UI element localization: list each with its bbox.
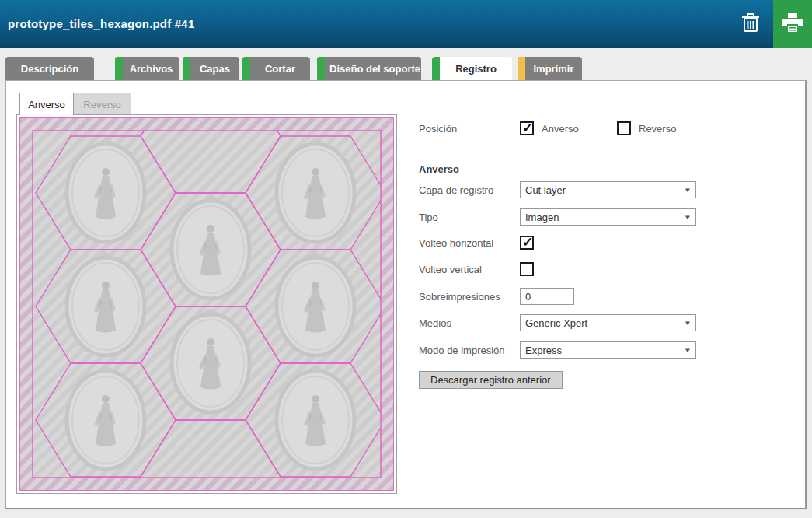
subtab-reverso[interactable]: Reverso: [74, 93, 131, 115]
subtab-label: Anverso: [28, 99, 65, 110]
posicion-reverso-checkbox[interactable]: [617, 121, 631, 135]
tab-capas[interactable]: Capas: [183, 57, 239, 80]
descargar-registro-anterior-button[interactable]: Descargar registro anterior: [419, 371, 563, 389]
check-icon: ✓: [522, 234, 533, 250]
anverso-section-title: Anverso: [419, 163, 459, 175]
check-icon: ✓: [522, 120, 533, 136]
tab-accent-green: [242, 57, 250, 80]
tab-label: Cortar: [250, 57, 310, 80]
tab-label: Registro: [440, 57, 512, 81]
volteo-horizontal-label: Volteo horizontal: [419, 237, 520, 249]
subtab-anverso[interactable]: Anverso: [19, 93, 74, 115]
sobreimpresiones-input[interactable]: [520, 288, 574, 305]
posicion-anverso-checkbox[interactable]: ✓: [520, 121, 534, 135]
posicion-reverso-label: Reverso: [639, 123, 676, 135]
title-bar: prototype_tiles_hexagon.pdf #41: [0, 0, 812, 48]
tab-archivos[interactable]: Archivos: [115, 57, 179, 80]
app-window: prototype_tiles_hexagon.pdf #41: [0, 0, 812, 518]
printer-icon: [782, 12, 803, 36]
tipo-label: Tipo: [419, 212, 520, 223]
medios-select[interactable]: Generic Xpert ▼: [520, 314, 696, 331]
preview-box: [16, 114, 397, 494]
delete-button[interactable]: [737, 11, 764, 37]
posicion-label: Posición: [419, 123, 520, 135]
registro-panel: Anverso Reverso: [5, 80, 807, 509]
volteo-horizontal-checkbox[interactable]: ✓: [520, 236, 534, 250]
tab-diseno-del-soporte[interactable]: Diseño del soporte: [317, 57, 421, 80]
medios-label: Medios: [419, 317, 520, 329]
select-value: Cut layer: [525, 184, 566, 196]
tab-accent-green: [317, 57, 325, 80]
tab-registro[interactable]: Registro: [432, 57, 512, 81]
tab-accent-yellow: [518, 57, 525, 80]
chevron-down-icon: ▼: [684, 187, 692, 194]
tab-accent-green: [183, 57, 190, 80]
capa-de-registro-label: Capa de registro: [419, 184, 520, 196]
tab-label: Archivos: [123, 57, 179, 80]
tab-accent-green: [432, 57, 440, 81]
tab-label: Imprimir: [525, 57, 582, 80]
tab-cortar[interactable]: Cortar: [242, 57, 310, 80]
tab-accent-green: [115, 57, 123, 80]
tab-label: Diseño del soporte: [325, 57, 421, 80]
preview-artwork: [19, 117, 394, 491]
volteo-vertical-label: Volteo vertical: [419, 264, 520, 275]
tab-label: Descripción: [5, 57, 94, 80]
subtab-label: Reverso: [83, 99, 120, 110]
chevron-down-icon: ▼: [684, 347, 692, 354]
volteo-vertical-checkbox[interactable]: [520, 262, 534, 276]
capa-de-registro-select[interactable]: Cut layer ▼: [520, 181, 696, 198]
chevron-down-icon: ▼: [684, 320, 692, 327]
print-button[interactable]: [773, 0, 812, 48]
select-value: Express: [525, 345, 562, 356]
tab-label: Capas: [190, 57, 239, 80]
tipo-select[interactable]: Imagen ▼: [520, 208, 696, 226]
hexagon-cut-preview: [20, 118, 393, 490]
select-value: Imagen: [525, 212, 559, 223]
posicion-anverso-label: Anverso: [542, 123, 579, 135]
sobreimpresiones-label: Sobreimpresiones: [419, 291, 520, 303]
chevron-down-icon: ▼: [684, 214, 692, 221]
modo-de-impresion-label: Modo de impresión: [419, 345, 520, 356]
trash-icon: [741, 12, 761, 37]
document-title: prototype_tiles_hexagon.pdf #41: [8, 17, 194, 30]
tab-imprimir[interactable]: Imprimir: [518, 57, 582, 80]
select-value: Generic Xpert: [525, 317, 587, 329]
tab-descripcion[interactable]: Descripción: [5, 57, 94, 80]
modo-de-impresion-select[interactable]: Express ▼: [520, 341, 696, 359]
